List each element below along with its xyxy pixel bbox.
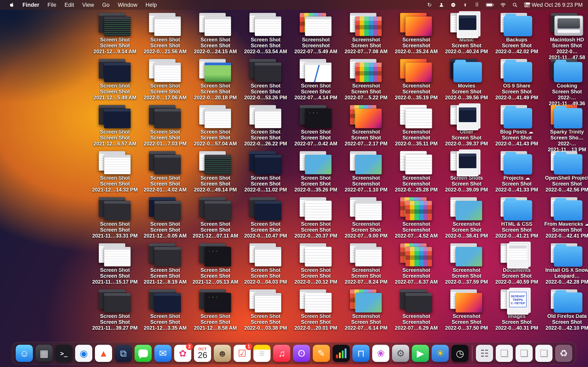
desktop-item[interactable]: ЗЕЛЕНОГ ТВЕРЬ С.-ПЕТЕРImagesScreen Shot2…	[492, 289, 542, 335]
desktop-item[interactable]: ScreenshotScreen Shot2022-07…5.22 PM	[341, 58, 391, 104]
desktop-item[interactable]: Projects ☁Screen Shot2022-0…41.33 PM	[492, 150, 542, 197]
desktop-item[interactable]: Screen ShotScreen Shot2021-12…05.13 AM	[190, 243, 241, 289]
dock-item-podcasts[interactable]: ʘ	[293, 345, 310, 362]
desktop-item[interactable]: Sparky TrinityScreen Sho…2022-…2021-11…1…	[542, 104, 588, 150]
desktop-item[interactable]: Screen ShotScreen Shot2022-0…53.26 PM	[241, 58, 291, 104]
dock-item-printer[interactable]: ☷	[476, 345, 493, 362]
wifi-icon[interactable]	[500, 1, 506, 8]
desktop-item[interactable]: Screen ShotScreen Shot2022-0…21.56 AM	[140, 12, 190, 58]
dock-item-keynote[interactable]: ⊓	[352, 345, 370, 362]
desktop-item[interactable]: ScreenshotScreen Shot2022-07…6.14 PM	[341, 289, 391, 335]
dock-item-calendar[interactable]: OCT26	[194, 345, 211, 362]
desktop-item[interactable]: ScreenshotScreen Shot2022-0…37.59 PM	[441, 243, 492, 289]
desktop-item[interactable]: OtherScreen Shot2022-0…39.37 PM	[441, 104, 492, 150]
dock-item-stocks-app[interactable]	[333, 345, 350, 362]
dock-item-reminders[interactable]: ☑1	[233, 345, 251, 362]
desktop-item[interactable]: Macintosh HDScreen Shot2022-0…2021-11…47…	[542, 12, 588, 58]
desktop-item[interactable]: Screen ShotScreen Shot2021-12…3.35 AM	[140, 289, 190, 335]
app-status-x-icon[interactable]	[450, 1, 456, 8]
desktop-item[interactable]: Screen ShotScreen Shot2022-01…7.03 PM	[140, 104, 190, 150]
desktop-item[interactable]: Screen ShotScreen Shot2022-0…24.15 AM	[190, 12, 241, 58]
menu-help[interactable]: Help	[142, 2, 161, 8]
desktop-item[interactable]: Screen ShotScreen Shot2021-12…9.14 AM	[90, 12, 140, 58]
dock-item-trash[interactable]: ♻	[555, 345, 572, 362]
desktop-item[interactable]: Screen ShotScreen Shot2022-0…03.38 PM	[241, 289, 291, 335]
desktop-item[interactable]: ScreenshotScreenshot2022-0…25.28 PM	[391, 150, 441, 197]
control-center-icon[interactable]	[524, 1, 530, 8]
desktop-item[interactable]: Screen ShotScreen Shot2022-0…04.03 PM	[241, 243, 291, 289]
dock-item-clock-app[interactable]: ◷	[451, 345, 468, 362]
desktop-item[interactable]: Screen ShotScreen Shot2022-0…20.37 PM	[291, 197, 341, 243]
dock-item-safari[interactable]: ◉	[75, 345, 92, 362]
desktop-item[interactable]: Screen ShotScreen Shot2021-11…33.31 PM	[90, 197, 140, 243]
desktop-item[interactable]: ScreenshotScreen Shot2022-0…37.50 PM	[441, 289, 492, 335]
spotlight-icon[interactable]	[512, 1, 518, 8]
desktop-item[interactable]: Screen ShotScreen Shot2022-0…11.02 PM	[241, 150, 291, 197]
desktop-item[interactable]: Old Firefox DataScreen Shot2022-0…42.10 …	[542, 289, 588, 335]
dock-item-brave[interactable]: ▲	[95, 345, 112, 362]
menubar-clock[interactable]: Wed Oct 26 9:23 PM	[530, 2, 583, 8]
desktop-item[interactable]: Screen ShotScreen Shot2022-0…53.54 AM	[241, 12, 291, 58]
desktop-item[interactable]: Blog Posts ☁Screen Shot2022-0…41.43 PM	[492, 104, 542, 150]
desktop-item[interactable]: Screen ShotScreen Shot2022-07…0.42 AM	[291, 104, 341, 150]
desktop-item[interactable]: Install OS X SnowLeopard…2022-0…42.28 PM	[542, 243, 588, 289]
dock-item-photos[interactable]: ✿2	[174, 345, 191, 362]
menu-go[interactable]: Go	[99, 2, 113, 8]
desktop-item[interactable]: OpenShell ProjectScreen Shot2022-0…42.56…	[542, 150, 588, 197]
desktop-item[interactable]: ScreenshotScreenshot2022-07…6.29 AM	[391, 289, 441, 335]
desktop-item[interactable]: Screen ShotScreen Shot2021-12…0.05 AM	[140, 197, 190, 243]
dock-item-facetime[interactable]: ▶	[412, 345, 429, 362]
desktop-item[interactable]: From Mavericks ☁Screen Shot2022-0…42.41 …	[542, 197, 588, 243]
desktop-item[interactable]: Screen ShotScreen Shot2022-0…20.01 PM	[291, 289, 341, 335]
fast-user-switching-icon[interactable]	[439, 1, 444, 8]
desktop-item[interactable]: Screen ShotScreen Shot2022-0…35.26 PM	[291, 150, 341, 197]
desktop-item[interactable]: Screen ShotScreen Shot2022-0…10.47 PM	[241, 197, 291, 243]
dock-item-screen-sharing[interactable]: ⧉	[115, 345, 132, 362]
keyboard-brightness-icon[interactable]: ⠿	[474, 1, 480, 8]
desktop-item[interactable]: ScreenshotScreenshot2022-07…4.52 AM	[391, 197, 441, 243]
dock-item-folder-stack-2[interactable]: ❏	[516, 345, 533, 362]
dock-item-contacts[interactable]: ☻	[214, 345, 231, 362]
menu-finder[interactable]: Finder	[19, 2, 43, 8]
desktop-item[interactable]: DocumentsScreen Shot2022-0…40.59 PM	[492, 243, 542, 289]
desktop-item[interactable]: Screen ShotScreen Shot2022-0…17.06 AM	[140, 58, 190, 104]
desktop-item[interactable]: ScreenshotScreenshot2022-07…5.49 AM	[291, 12, 341, 58]
dock-item-terminal[interactable]: >_	[55, 345, 72, 362]
desktop-item[interactable]: HTML & CSSScreen Shot2022-0…41.21 PM	[492, 197, 542, 243]
desktop-item[interactable]: Screen ShotScreen Shot2021-11…39.27 PM	[90, 289, 140, 335]
desktop-item[interactable]: Screen ShotScreen Shot2022-0…20.12 PM	[291, 243, 341, 289]
desktop-item[interactable]: Screen ShotScreen Shot2022-0…20.18 PM	[190, 58, 241, 104]
desktop-item[interactable]: ScreenshotScreenshot2022-0…35.11 PM	[391, 104, 441, 150]
dock-item-music[interactable]: ♫	[273, 345, 290, 362]
desktop-item[interactable]: ScreenshotScreenshot2022-0…35.24 AM	[391, 12, 441, 58]
desktop-item[interactable]: Screen ShotScreen Shot2021-12…5.49 AM	[90, 58, 140, 104]
dock-item-launchpad[interactable]: ▦	[35, 345, 53, 362]
dock-item-mail[interactable]: ✉	[154, 345, 172, 362]
desktop-item[interactable]: Screen ShotScreen Shot2021-12…8.58 AM	[190, 289, 241, 335]
desktop-item[interactable]: ScreenshotScreenshot2022-07…1.10 PM	[341, 150, 391, 197]
desktop-item[interactable]: Screen ShotScreen Shot2021-12…6.57 AM	[90, 104, 140, 150]
dock-item-folder-stack-3[interactable]: ❏	[535, 345, 553, 362]
dock-item-notes[interactable]: ≡	[253, 345, 270, 362]
desktop-item[interactable]: ScreenshotScreen Shot2022-07…7.08 AM	[341, 12, 391, 58]
desktop-item[interactable]: MoviesScreen Shot2022-0…39.56 PM	[441, 58, 492, 104]
dock-item-pencil-app[interactable]: ✎	[313, 345, 330, 362]
desktop-item[interactable]: Screen ShotsScreen Shot2022-0…39.09 PM	[441, 150, 492, 197]
desktop-item[interactable]: CookingScreen Shot2022-…2021-11…49.36	[542, 58, 588, 104]
desktop-item[interactable]: ScreenshotScreen Shot2022-07…2.17 PM	[341, 104, 391, 150]
bluetooth-icon[interactable]	[462, 1, 468, 8]
apple-menu-icon[interactable]	[5, 2, 18, 8]
desktop-item[interactable]: Screen ShotScreen Shot2021-12…8.19 AM	[140, 243, 190, 289]
dock-item-flower-app[interactable]: ❀	[372, 345, 389, 362]
desktop-item[interactable]: ScreenshotScreen Shot2022-0…38.41 PM	[441, 197, 492, 243]
menu-file[interactable]: File	[44, 2, 60, 8]
desktop-item[interactable]: ScreenshotScreenshot2022-07…6.37 AM	[391, 243, 441, 289]
desktop-item[interactable]: Screen ShotScreen Shot2022-0…26.22 PM	[241, 104, 291, 150]
desktop-item[interactable]: Screen ShotScreen Shot2022-01…4.02 AM	[140, 150, 190, 197]
desktop-item[interactable]: OS 9 ShareScreen Shot2022-0…41.49 PM	[492, 58, 542, 104]
battery-icon[interactable]	[486, 1, 494, 8]
desktop-item[interactable]: MusicScreen Shot2022-0…40.24 PM	[441, 12, 492, 58]
dock-item-finder[interactable]: ☺	[16, 345, 33, 362]
desktop-item[interactable]: Screen ShotScreen Shot2022-0…49.14 PM	[190, 150, 241, 197]
desktop-item[interactable]: Screen ShotScreen Shot2021-12…07.11 AM	[190, 197, 241, 243]
